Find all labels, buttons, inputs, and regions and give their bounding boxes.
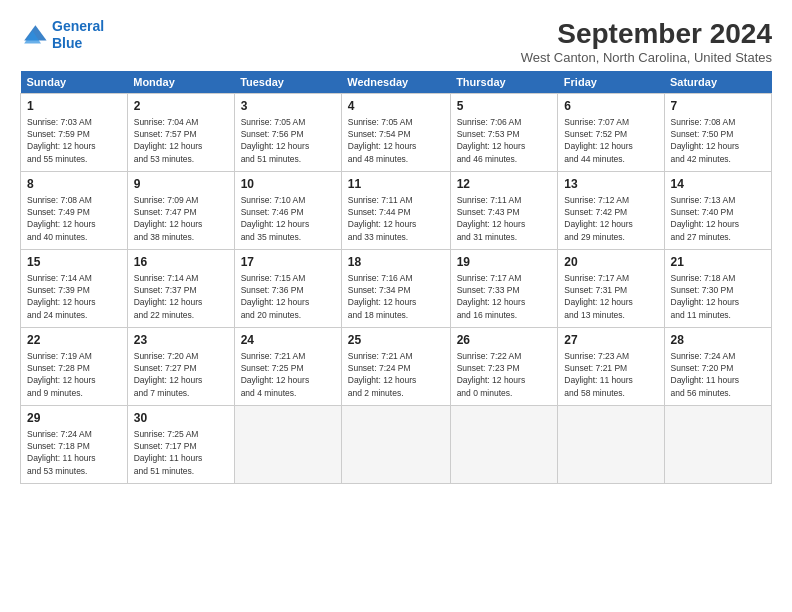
day-info: Sunrise: 7:21 AM Sunset: 7:25 PM Dayligh… [241,350,335,399]
weekday-header-thursday: Thursday [450,71,558,94]
day-number: 23 [134,332,228,349]
title-area: September 2024 West Canton, North Caroli… [521,18,772,65]
day-info: Sunrise: 7:22 AM Sunset: 7:23 PM Dayligh… [457,350,552,399]
day-info: Sunrise: 7:25 AM Sunset: 7:17 PM Dayligh… [134,428,228,477]
day-number: 10 [241,176,335,193]
day-cell: 6Sunrise: 7:07 AM Sunset: 7:52 PM Daylig… [558,94,664,172]
day-cell: 26Sunrise: 7:22 AM Sunset: 7:23 PM Dayli… [450,328,558,406]
day-number: 22 [27,332,121,349]
day-info: Sunrise: 7:05 AM Sunset: 7:54 PM Dayligh… [348,116,444,165]
week-row-3: 15Sunrise: 7:14 AM Sunset: 7:39 PM Dayli… [21,250,772,328]
day-cell [664,406,772,484]
day-cell: 23Sunrise: 7:20 AM Sunset: 7:27 PM Dayli… [127,328,234,406]
day-cell: 25Sunrise: 7:21 AM Sunset: 7:24 PM Dayli… [341,328,450,406]
day-cell: 21Sunrise: 7:18 AM Sunset: 7:30 PM Dayli… [664,250,772,328]
day-number: 15 [27,254,121,271]
day-info: Sunrise: 7:11 AM Sunset: 7:43 PM Dayligh… [457,194,552,243]
header-row: SundayMondayTuesdayWednesdayThursdayFrid… [21,71,772,94]
day-info: Sunrise: 7:21 AM Sunset: 7:24 PM Dayligh… [348,350,444,399]
day-number: 2 [134,98,228,115]
day-cell: 11Sunrise: 7:11 AM Sunset: 7:44 PM Dayli… [341,172,450,250]
day-number: 17 [241,254,335,271]
day-info: Sunrise: 7:19 AM Sunset: 7:28 PM Dayligh… [27,350,121,399]
day-number: 19 [457,254,552,271]
weekday-header-saturday: Saturday [664,71,772,94]
page: General Blue September 2024 West Canton,… [0,0,792,612]
logo-text: General Blue [52,18,104,52]
month-title: September 2024 [521,18,772,50]
week-row-2: 8Sunrise: 7:08 AM Sunset: 7:49 PM Daylig… [21,172,772,250]
day-cell: 22Sunrise: 7:19 AM Sunset: 7:28 PM Dayli… [21,328,128,406]
day-number: 29 [27,410,121,427]
day-cell: 1Sunrise: 7:03 AM Sunset: 7:59 PM Daylig… [21,94,128,172]
day-cell: 29Sunrise: 7:24 AM Sunset: 7:18 PM Dayli… [21,406,128,484]
location: West Canton, North Carolina, United Stat… [521,50,772,65]
week-row-1: 1Sunrise: 7:03 AM Sunset: 7:59 PM Daylig… [21,94,772,172]
day-cell: 18Sunrise: 7:16 AM Sunset: 7:34 PM Dayli… [341,250,450,328]
day-info: Sunrise: 7:18 AM Sunset: 7:30 PM Dayligh… [671,272,766,321]
calendar-table: SundayMondayTuesdayWednesdayThursdayFrid… [20,71,772,484]
day-number: 13 [564,176,657,193]
day-info: Sunrise: 7:14 AM Sunset: 7:37 PM Dayligh… [134,272,228,321]
day-number: 27 [564,332,657,349]
day-cell: 20Sunrise: 7:17 AM Sunset: 7:31 PM Dayli… [558,250,664,328]
day-info: Sunrise: 7:03 AM Sunset: 7:59 PM Dayligh… [27,116,121,165]
day-cell: 3Sunrise: 7:05 AM Sunset: 7:56 PM Daylig… [234,94,341,172]
day-cell [450,406,558,484]
day-cell [341,406,450,484]
weekday-header-friday: Friday [558,71,664,94]
day-cell [558,406,664,484]
day-number: 30 [134,410,228,427]
day-cell: 30Sunrise: 7:25 AM Sunset: 7:17 PM Dayli… [127,406,234,484]
day-info: Sunrise: 7:08 AM Sunset: 7:50 PM Dayligh… [671,116,766,165]
day-info: Sunrise: 7:04 AM Sunset: 7:57 PM Dayligh… [134,116,228,165]
weekday-header-sunday: Sunday [21,71,128,94]
day-number: 20 [564,254,657,271]
day-cell: 12Sunrise: 7:11 AM Sunset: 7:43 PM Dayli… [450,172,558,250]
day-number: 25 [348,332,444,349]
logo-line2: Blue [52,35,82,51]
day-info: Sunrise: 7:24 AM Sunset: 7:18 PM Dayligh… [27,428,121,477]
logo-icon [20,21,48,49]
day-info: Sunrise: 7:23 AM Sunset: 7:21 PM Dayligh… [564,350,657,399]
day-info: Sunrise: 7:24 AM Sunset: 7:20 PM Dayligh… [671,350,766,399]
day-info: Sunrise: 7:17 AM Sunset: 7:33 PM Dayligh… [457,272,552,321]
day-cell: 4Sunrise: 7:05 AM Sunset: 7:54 PM Daylig… [341,94,450,172]
day-info: Sunrise: 7:10 AM Sunset: 7:46 PM Dayligh… [241,194,335,243]
day-cell [234,406,341,484]
day-cell: 15Sunrise: 7:14 AM Sunset: 7:39 PM Dayli… [21,250,128,328]
day-number: 9 [134,176,228,193]
day-info: Sunrise: 7:14 AM Sunset: 7:39 PM Dayligh… [27,272,121,321]
day-number: 21 [671,254,766,271]
logo-line1: General [52,18,104,34]
day-info: Sunrise: 7:08 AM Sunset: 7:49 PM Dayligh… [27,194,121,243]
day-info: Sunrise: 7:16 AM Sunset: 7:34 PM Dayligh… [348,272,444,321]
day-cell: 16Sunrise: 7:14 AM Sunset: 7:37 PM Dayli… [127,250,234,328]
day-number: 1 [27,98,121,115]
day-cell: 28Sunrise: 7:24 AM Sunset: 7:20 PM Dayli… [664,328,772,406]
weekday-header-monday: Monday [127,71,234,94]
day-cell: 14Sunrise: 7:13 AM Sunset: 7:40 PM Dayli… [664,172,772,250]
day-cell: 8Sunrise: 7:08 AM Sunset: 7:49 PM Daylig… [21,172,128,250]
day-cell: 24Sunrise: 7:21 AM Sunset: 7:25 PM Dayli… [234,328,341,406]
day-info: Sunrise: 7:09 AM Sunset: 7:47 PM Dayligh… [134,194,228,243]
day-info: Sunrise: 7:17 AM Sunset: 7:31 PM Dayligh… [564,272,657,321]
day-info: Sunrise: 7:12 AM Sunset: 7:42 PM Dayligh… [564,194,657,243]
day-number: 6 [564,98,657,115]
calendar-body: 1Sunrise: 7:03 AM Sunset: 7:59 PM Daylig… [21,94,772,484]
day-cell: 17Sunrise: 7:15 AM Sunset: 7:36 PM Dayli… [234,250,341,328]
week-row-5: 29Sunrise: 7:24 AM Sunset: 7:18 PM Dayli… [21,406,772,484]
day-info: Sunrise: 7:20 AM Sunset: 7:27 PM Dayligh… [134,350,228,399]
day-info: Sunrise: 7:06 AM Sunset: 7:53 PM Dayligh… [457,116,552,165]
day-number: 4 [348,98,444,115]
day-info: Sunrise: 7:07 AM Sunset: 7:52 PM Dayligh… [564,116,657,165]
day-cell: 10Sunrise: 7:10 AM Sunset: 7:46 PM Dayli… [234,172,341,250]
day-number: 5 [457,98,552,115]
day-info: Sunrise: 7:13 AM Sunset: 7:40 PM Dayligh… [671,194,766,243]
day-number: 3 [241,98,335,115]
day-info: Sunrise: 7:15 AM Sunset: 7:36 PM Dayligh… [241,272,335,321]
day-number: 18 [348,254,444,271]
day-number: 7 [671,98,766,115]
day-info: Sunrise: 7:11 AM Sunset: 7:44 PM Dayligh… [348,194,444,243]
day-cell: 5Sunrise: 7:06 AM Sunset: 7:53 PM Daylig… [450,94,558,172]
